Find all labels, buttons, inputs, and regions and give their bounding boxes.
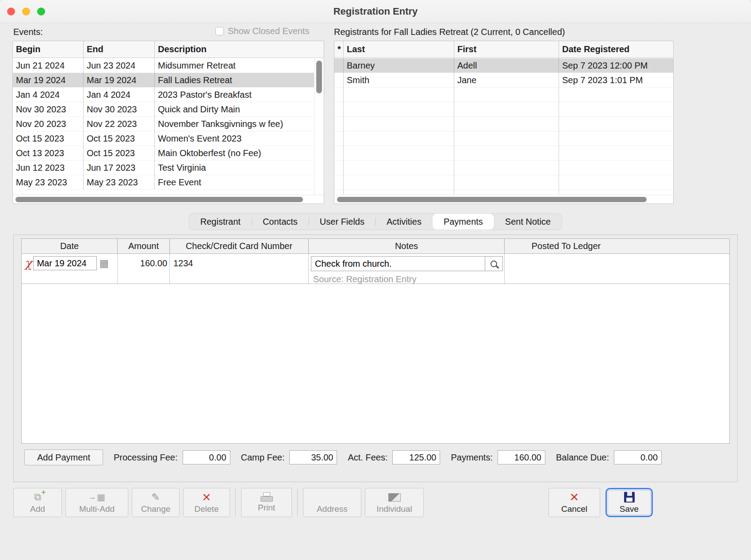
add-button[interactable]: ⧉+ Add (13, 488, 62, 517)
registrant-flag (334, 73, 344, 87)
save-focus-ring: Save (605, 488, 653, 517)
registrant-empty-row (334, 190, 673, 195)
registrants-column-flag[interactable]: * (334, 41, 344, 58)
delete-payment-icon[interactable]: χ (25, 256, 32, 270)
tab-activities[interactable]: Activities (376, 214, 433, 230)
registrants-column-last[interactable]: Last (344, 41, 454, 58)
event-description: Free Event (155, 175, 314, 189)
event-end: Jan 4 2024 (84, 88, 155, 102)
payment-posted-cell (505, 254, 729, 284)
payment-notes-cell: Source: Registration Entry (309, 254, 505, 284)
title-bar: Registration Entry (0, 0, 751, 23)
event-row[interactable]: May 23 2023 May 23 2023 Free Event (13, 175, 314, 190)
address-button[interactable]: Address (303, 488, 361, 517)
registrant-row-selected[interactable]: Barney Adell Sep 7 2023 12:00 PM (334, 58, 673, 73)
magnifier-icon (490, 261, 497, 267)
event-row[interactable]: Oct 13 2023 Oct 15 2023 Main Oktoberfest… (13, 146, 314, 161)
events-column-description[interactable]: Description (155, 41, 324, 58)
tab-user-fields[interactable]: User Fields (309, 214, 376, 230)
payment-check-number-cell[interactable]: 1234 (170, 254, 309, 284)
delete-x-icon: ✕ (202, 491, 211, 503)
event-description: Midsummer Retreat (155, 58, 314, 73)
event-row[interactable]: Nov 20 2023 Nov 22 2023 November Tanksgi… (13, 117, 314, 131)
window-title: Registration Entry (0, 0, 751, 23)
payment-source-label: Source: Registration Entry (309, 271, 504, 284)
payment-amount-cell[interactable]: 160.00 (118, 254, 170, 284)
event-row[interactable]: Jun 12 2023 Jun 17 2023 Test Virginia (13, 161, 314, 175)
registrants-table-header: * Last First Date Registered (334, 41, 673, 58)
event-begin: Nov 20 2023 (13, 117, 84, 131)
toolbar-divider (297, 489, 298, 516)
event-description: Main Oktoberfest (no Fee) (155, 146, 314, 160)
scrollbar-thumb[interactable] (15, 197, 303, 202)
event-description: Quick and Dirty Main (155, 102, 314, 116)
event-begin: Oct 15 2023 (13, 131, 84, 146)
individual-photo-icon (388, 491, 401, 503)
events-horizontal-scrollbar[interactable] (13, 195, 324, 203)
show-closed-events-checkbox[interactable]: Show Closed Events (215, 26, 310, 36)
address-cube-icon (327, 491, 337, 503)
multi-add-button[interactable]: →▦ Multi-Add (65, 488, 128, 517)
save-button[interactable]: Save (608, 490, 651, 515)
calendar-picker-icon[interactable]: ▦ (99, 256, 109, 270)
individual-button[interactable]: Individual (365, 488, 424, 517)
payments-column-notes: Notes (309, 239, 505, 253)
tab-registrant[interactable]: Registrant (189, 214, 252, 230)
event-end: Oct 15 2023 (84, 131, 155, 146)
registrant-row[interactable]: Smith Jane Sep 7 2023 1:01 PM (334, 73, 673, 88)
close-window-button[interactable] (7, 8, 15, 15)
registrants-horizontal-scrollbar[interactable] (334, 195, 673, 203)
event-end: Oct 15 2023 (84, 146, 155, 160)
checkbox-icon[interactable] (215, 27, 224, 35)
event-row[interactable]: Nov 30 2023 Nov 30 2023 Quick and Dirty … (13, 102, 314, 117)
payment-date-input[interactable] (33, 256, 97, 270)
scrollbar-thumb[interactable] (316, 61, 322, 93)
registrants-list: Barney Adell Sep 7 2023 12:00 PM Smith J… (334, 58, 673, 195)
minimize-window-button[interactable] (22, 8, 30, 15)
payment-row: χ ▦ 160.00 1234 Source: Registration Ent… (22, 254, 729, 284)
event-row[interactable]: Jan 4 2024 Jan 4 2024 2023 Pastor's Brea… (13, 88, 314, 102)
tab-contacts[interactable]: Contacts (252, 214, 309, 230)
registrants-column-first[interactable]: First (454, 41, 559, 58)
registrants-column-date-registered[interactable]: Date Registered (559, 41, 673, 58)
event-row[interactable]: Oct 15 2023 Oct 15 2023 Women's Event 20… (13, 131, 314, 146)
camp-fee-group: Camp Fee: 35.00 (241, 450, 337, 464)
cancel-button[interactable]: ✕ Cancel (548, 488, 600, 517)
registrant-last: Barney (344, 58, 454, 73)
print-button[interactable]: Print (241, 488, 292, 517)
events-vertical-scrollbar[interactable] (314, 58, 324, 195)
event-begin: Mar 19 2024 (13, 73, 84, 87)
event-description: 2023 Pastor's Breakfast (155, 88, 314, 102)
payment-notes-input[interactable] (311, 256, 485, 271)
payments-column-date: Date (22, 239, 118, 253)
delete-button[interactable]: ✕ Delete (183, 488, 230, 517)
act-fees-group: Act. Fees: 125.00 (348, 450, 440, 464)
add-payment-button[interactable]: Add Payment (24, 449, 103, 465)
tab-sent-notice[interactable]: Sent Notice (494, 214, 562, 230)
event-end: Mar 19 2024 (84, 73, 155, 87)
event-row[interactable]: Jun 21 2024 Jun 23 2024 Midsummer Retrea… (13, 58, 314, 73)
events-column-end[interactable]: End (84, 41, 155, 58)
payments-total-label: Payments: (451, 453, 492, 463)
registrants-title: Registrants for Fall Ladies Retreat (2 C… (334, 27, 565, 37)
registrant-empty-row (334, 146, 673, 161)
scrollbar-thumb[interactable] (337, 197, 647, 202)
change-button[interactable]: ✎ Change (132, 488, 180, 517)
edit-pencil-icon: ✎ (151, 491, 160, 503)
event-description: Fall Ladies Retreat (155, 73, 314, 87)
tab-payments[interactable]: Payments (433, 214, 494, 230)
notes-zoom-button[interactable] (485, 256, 503, 271)
add-record-icon: ⧉+ (31, 491, 44, 503)
events-table-header: Begin End Description (13, 41, 324, 58)
registrant-empty-row (334, 117, 673, 131)
event-end: May 23 2023 (84, 175, 155, 189)
zoom-window-button[interactable] (37, 8, 45, 15)
event-row-selected[interactable]: Mar 19 2024 Mar 19 2024 Fall Ladies Retr… (13, 73, 314, 88)
payments-panel: Date Amount Check/Credit Card Number Not… (13, 234, 738, 482)
balance-due-group: Balance Due: 0.00 (556, 450, 662, 464)
events-column-begin[interactable]: Begin (13, 41, 84, 58)
event-end: Nov 22 2023 (84, 117, 155, 131)
registrant-first: Adell (454, 58, 559, 73)
act-fees-label: Act. Fees: (348, 453, 387, 463)
registrant-date-registered: Sep 7 2023 12:00 PM (559, 58, 673, 73)
